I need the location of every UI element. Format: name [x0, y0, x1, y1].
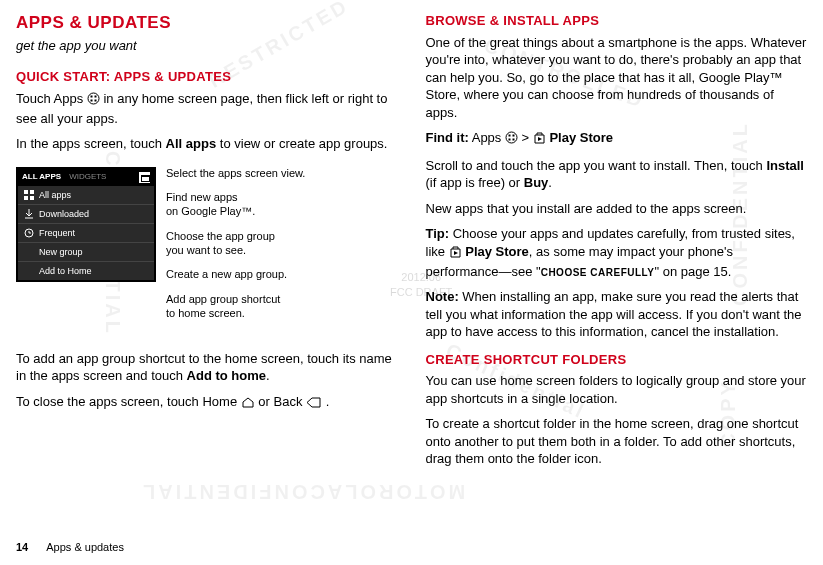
svg-rect-11: [508, 135, 510, 137]
svg-point-0: [88, 93, 99, 104]
back-icon: [306, 395, 322, 413]
quickstart-p1: Touch Apps in any home screen page, then…: [16, 90, 398, 127]
folders-heading: CREATE SHORTCUT FOLDERS: [426, 351, 808, 369]
folders-p2: To create a shortcut folder in the home …: [426, 415, 808, 468]
svg-rect-5: [24, 190, 28, 194]
svg-rect-7: [24, 196, 28, 200]
browse-p2: Scroll to and touch the app you want to …: [426, 157, 808, 192]
right-column: BROWSE & INSTALL APPS One of the great t…: [426, 12, 808, 476]
svg-rect-1: [90, 96, 92, 98]
footer-section: Apps & updates: [46, 540, 124, 555]
store-icon: [139, 172, 150, 183]
quickstart-p2: In the apps screen, touch All apps to vi…: [16, 135, 398, 153]
folders-p1: You can use home screen folders to logic…: [426, 372, 808, 407]
svg-rect-4: [94, 100, 96, 102]
download-icon: [24, 209, 34, 219]
phone-mockup: ALL APPS WIDGETS All apps Downloaded Fre…: [16, 167, 156, 283]
play-store-icon: [449, 245, 462, 263]
menu-row-new-group: New group: [18, 243, 154, 262]
add-shortcut-paragraph: To add an app group shortcut to the home…: [16, 350, 398, 385]
play-store-icon: [533, 131, 546, 149]
quickstart-heading: QUICK START: APPS & UPDATES: [16, 68, 398, 86]
choose-carefully-link[interactable]: CHOOSE CAREFULLY: [541, 267, 655, 278]
callout-add-shortcut: Add app group shortcutto home screen.: [166, 293, 305, 321]
note-paragraph: Note: When installing an app, make sure …: [426, 288, 808, 341]
svg-rect-12: [512, 135, 514, 137]
browse-p1: One of the great things about a smartpho…: [426, 34, 808, 122]
page-title: APPS & UPDATES: [16, 12, 398, 35]
grid-icon: [24, 190, 34, 200]
diagram-callouts: Select the apps screen view. Find new ap…: [166, 167, 305, 332]
svg-rect-3: [90, 100, 92, 102]
menu-row-frequent: Frequent: [18, 224, 154, 243]
svg-rect-2: [94, 96, 96, 98]
svg-rect-13: [508, 139, 510, 141]
apps-circle-icon: [505, 131, 518, 149]
callout-create-group: Create a new app group.: [166, 268, 305, 282]
svg-rect-6: [30, 190, 34, 194]
home-icon: [241, 395, 255, 413]
tip-paragraph: Tip: Choose your apps and updates carefu…: [426, 225, 808, 280]
svg-rect-14: [512, 139, 514, 141]
apps-screen-diagram: ALL APPS WIDGETS All apps Downloaded Fre…: [16, 167, 398, 332]
callout-find-apps: Find new appson Google Play™.: [166, 191, 305, 219]
tab-widgets: WIDGETS: [69, 172, 106, 183]
callout-select-view: Select the apps screen view.: [166, 167, 305, 181]
menu-row-downloaded: Downloaded: [18, 205, 154, 224]
browse-heading: BROWSE & INSTALL APPS: [426, 12, 808, 30]
tab-all-apps: ALL APPS: [22, 172, 61, 183]
page-number: 14: [16, 540, 28, 555]
browse-p3: New apps that you install are added to t…: [426, 200, 808, 218]
svg-rect-8: [30, 196, 34, 200]
find-it-line: Find it: Apps > Play Store: [426, 129, 808, 149]
apps-circle-icon: [87, 92, 100, 110]
close-apps-paragraph: To close the apps screen, touch Home or …: [16, 393, 398, 413]
page-footer: 14 Apps & updates: [16, 540, 124, 555]
clock-icon: [24, 228, 34, 238]
svg-point-10: [506, 132, 517, 143]
menu-row-all-apps: All apps: [18, 186, 154, 205]
callout-choose-group: Choose the app groupyou want to see.: [166, 230, 305, 258]
page-subtitle: get the app you want: [16, 37, 398, 55]
left-column: APPS & UPDATES get the app you want QUIC…: [16, 12, 398, 476]
menu-row-add-home: Add to Home: [18, 262, 154, 280]
